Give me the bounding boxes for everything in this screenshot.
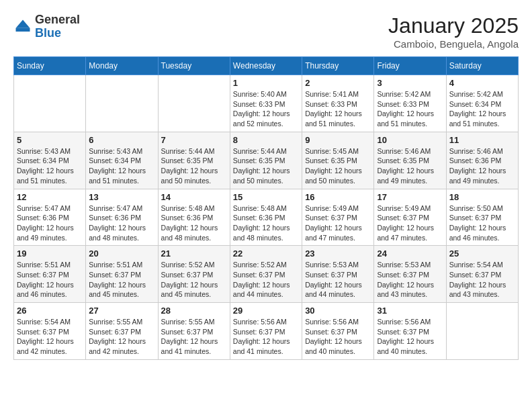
- day-number: 4: [449, 78, 515, 88]
- svg-marker-0: [16, 19, 30, 28]
- day-number: 25: [449, 248, 515, 259]
- day-number: 9: [305, 135, 371, 145]
- day-info: Sunrise: 5:52 AM Sunset: 6:37 PM Dayligh…: [233, 260, 299, 300]
- day-info: Sunrise: 5:43 AM Sunset: 6:34 PM Dayligh…: [17, 146, 83, 186]
- day-number: 31: [377, 306, 443, 316]
- weekday-header-row: SundayMondayTuesdayWednesdayThursdayFrid…: [14, 57, 519, 75]
- day-number: 7: [161, 135, 227, 145]
- calendar-cell: 15Sunrise: 5:48 AM Sunset: 6:36 PM Dayli…: [230, 189, 302, 246]
- calendar-cell: [14, 75, 86, 132]
- day-number: 11: [449, 135, 515, 145]
- calendar-cell: 22Sunrise: 5:52 AM Sunset: 6:37 PM Dayli…: [230, 246, 302, 303]
- day-info: Sunrise: 5:54 AM Sunset: 6:37 PM Dayligh…: [449, 260, 515, 300]
- day-info: Sunrise: 5:47 AM Sunset: 6:36 PM Dayligh…: [89, 203, 154, 243]
- month-title: January 2025: [388, 13, 519, 38]
- day-number: 5: [17, 135, 83, 145]
- day-number: 19: [17, 248, 83, 259]
- calendar-week-1: 1Sunrise: 5:40 AM Sunset: 6:33 PM Daylig…: [14, 75, 519, 132]
- day-info: Sunrise: 5:54 AM Sunset: 6:37 PM Dayligh…: [17, 317, 83, 357]
- calendar-week-5: 26Sunrise: 5:54 AM Sunset: 6:37 PM Dayli…: [14, 303, 519, 360]
- day-info: Sunrise: 5:42 AM Sunset: 6:34 PM Dayligh…: [449, 89, 515, 129]
- day-number: 13: [89, 192, 154, 202]
- calendar-week-3: 12Sunrise: 5:47 AM Sunset: 6:36 PM Dayli…: [14, 189, 519, 246]
- day-number: 8: [233, 135, 299, 145]
- weekday-tuesday: Tuesday: [158, 57, 230, 75]
- day-info: Sunrise: 5:41 AM Sunset: 6:33 PM Dayligh…: [305, 89, 371, 129]
- day-info: Sunrise: 5:46 AM Sunset: 6:35 PM Dayligh…: [377, 146, 443, 186]
- calendar-cell: 20Sunrise: 5:51 AM Sunset: 6:37 PM Dayli…: [86, 246, 158, 303]
- calendar-cell: 3Sunrise: 5:42 AM Sunset: 6:33 PM Daylig…: [374, 75, 446, 132]
- calendar-cell: 23Sunrise: 5:53 AM Sunset: 6:37 PM Dayli…: [302, 246, 374, 303]
- calendar-cell: 10Sunrise: 5:46 AM Sunset: 6:35 PM Dayli…: [374, 132, 446, 189]
- day-info: Sunrise: 5:51 AM Sunset: 6:37 PM Dayligh…: [17, 260, 83, 300]
- day-info: Sunrise: 5:47 AM Sunset: 6:36 PM Dayligh…: [17, 203, 83, 243]
- day-number: 27: [89, 306, 154, 316]
- calendar-cell: 5Sunrise: 5:43 AM Sunset: 6:34 PM Daylig…: [14, 132, 86, 189]
- day-number: 23: [305, 248, 371, 259]
- calendar-cell: [158, 75, 230, 132]
- day-number: 10: [377, 135, 443, 145]
- day-number: 3: [377, 78, 443, 88]
- weekday-saturday: Saturday: [446, 57, 518, 75]
- logo-general: General: [35, 13, 80, 26]
- calendar-cell: 21Sunrise: 5:52 AM Sunset: 6:37 PM Dayli…: [158, 246, 230, 303]
- calendar-cell: 2Sunrise: 5:41 AM Sunset: 6:33 PM Daylig…: [302, 75, 374, 132]
- calendar-cell: 25Sunrise: 5:54 AM Sunset: 6:37 PM Dayli…: [446, 246, 518, 303]
- day-info: Sunrise: 5:44 AM Sunset: 6:35 PM Dayligh…: [161, 146, 227, 186]
- calendar-cell: 7Sunrise: 5:44 AM Sunset: 6:35 PM Daylig…: [158, 132, 230, 189]
- day-number: 6: [89, 135, 154, 145]
- calendar-cell: 1Sunrise: 5:40 AM Sunset: 6:33 PM Daylig…: [230, 75, 302, 132]
- day-number: 12: [17, 192, 83, 202]
- calendar-table: SundayMondayTuesdayWednesdayThursdayFrid…: [13, 56, 519, 360]
- logo-text: General Blue: [35, 13, 80, 40]
- day-info: Sunrise: 5:51 AM Sunset: 6:37 PM Dayligh…: [89, 260, 154, 300]
- day-number: 21: [161, 248, 227, 259]
- calendar-body: 1Sunrise: 5:40 AM Sunset: 6:33 PM Daylig…: [14, 75, 519, 360]
- day-info: Sunrise: 5:45 AM Sunset: 6:35 PM Dayligh…: [305, 146, 371, 186]
- calendar-cell: 4Sunrise: 5:42 AM Sunset: 6:34 PM Daylig…: [446, 75, 518, 132]
- calendar-cell: 8Sunrise: 5:44 AM Sunset: 6:35 PM Daylig…: [230, 132, 302, 189]
- calendar-cell: 19Sunrise: 5:51 AM Sunset: 6:37 PM Dayli…: [14, 246, 86, 303]
- calendar-cell: 18Sunrise: 5:50 AM Sunset: 6:37 PM Dayli…: [446, 189, 518, 246]
- calendar-week-4: 19Sunrise: 5:51 AM Sunset: 6:37 PM Dayli…: [14, 246, 519, 303]
- day-info: Sunrise: 5:53 AM Sunset: 6:37 PM Dayligh…: [377, 260, 443, 300]
- day-info: Sunrise: 5:43 AM Sunset: 6:34 PM Dayligh…: [89, 146, 154, 186]
- day-info: Sunrise: 5:53 AM Sunset: 6:37 PM Dayligh…: [305, 260, 371, 300]
- calendar-cell: [446, 303, 518, 360]
- day-number: 20: [89, 248, 154, 259]
- day-info: Sunrise: 5:50 AM Sunset: 6:37 PM Dayligh…: [449, 203, 515, 243]
- weekday-sunday: Sunday: [14, 57, 86, 75]
- day-number: 1: [233, 78, 299, 88]
- day-number: 24: [377, 248, 443, 259]
- day-info: Sunrise: 5:46 AM Sunset: 6:36 PM Dayligh…: [449, 146, 515, 186]
- day-info: Sunrise: 5:56 AM Sunset: 6:37 PM Dayligh…: [377, 317, 443, 357]
- title-block: January 2025 Camboio, Benguela, Angola: [388, 13, 519, 50]
- calendar-cell: 16Sunrise: 5:49 AM Sunset: 6:37 PM Dayli…: [302, 189, 374, 246]
- calendar-cell: 31Sunrise: 5:56 AM Sunset: 6:37 PM Dayli…: [374, 303, 446, 360]
- day-number: 14: [161, 192, 227, 202]
- calendar-cell: 28Sunrise: 5:55 AM Sunset: 6:37 PM Dayli…: [158, 303, 230, 360]
- page-header: General Blue January 2025 Camboio, Bengu…: [13, 13, 519, 50]
- calendar-cell: 12Sunrise: 5:47 AM Sunset: 6:36 PM Dayli…: [14, 189, 86, 246]
- day-number: 22: [233, 248, 299, 259]
- calendar-cell: 17Sunrise: 5:49 AM Sunset: 6:37 PM Dayli…: [374, 189, 446, 246]
- weekday-wednesday: Wednesday: [230, 57, 302, 75]
- calendar-cell: 13Sunrise: 5:47 AM Sunset: 6:36 PM Dayli…: [86, 189, 158, 246]
- day-info: Sunrise: 5:48 AM Sunset: 6:36 PM Dayligh…: [161, 203, 227, 243]
- day-info: Sunrise: 5:55 AM Sunset: 6:37 PM Dayligh…: [161, 317, 227, 357]
- calendar-week-2: 5Sunrise: 5:43 AM Sunset: 6:34 PM Daylig…: [14, 132, 519, 189]
- day-number: 18: [449, 192, 515, 202]
- weekday-friday: Friday: [374, 57, 446, 75]
- calendar-cell: 14Sunrise: 5:48 AM Sunset: 6:36 PM Dayli…: [158, 189, 230, 246]
- calendar-cell: 11Sunrise: 5:46 AM Sunset: 6:36 PM Dayli…: [446, 132, 518, 189]
- calendar-cell: 6Sunrise: 5:43 AM Sunset: 6:34 PM Daylig…: [86, 132, 158, 189]
- day-info: Sunrise: 5:49 AM Sunset: 6:37 PM Dayligh…: [305, 203, 371, 243]
- day-number: 30: [305, 306, 371, 316]
- svg-rect-1: [16, 28, 30, 32]
- calendar-cell: 9Sunrise: 5:45 AM Sunset: 6:35 PM Daylig…: [302, 132, 374, 189]
- day-info: Sunrise: 5:48 AM Sunset: 6:36 PM Dayligh…: [233, 203, 299, 243]
- calendar-cell: 26Sunrise: 5:54 AM Sunset: 6:37 PM Dayli…: [14, 303, 86, 360]
- logo: General Blue: [13, 13, 80, 40]
- day-info: Sunrise: 5:56 AM Sunset: 6:37 PM Dayligh…: [305, 317, 371, 357]
- day-number: 15: [233, 192, 299, 202]
